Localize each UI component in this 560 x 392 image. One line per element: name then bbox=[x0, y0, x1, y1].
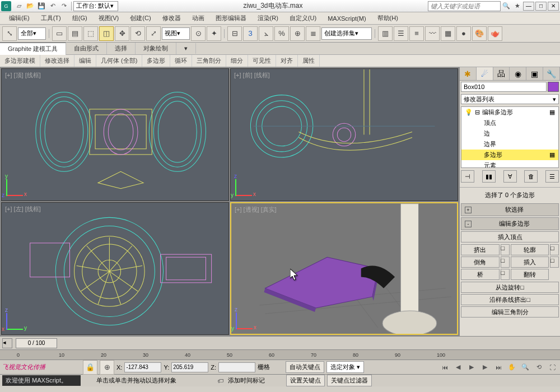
open-icon[interactable]: 📂 bbox=[25, 1, 35, 11]
curve-editor-icon[interactable]: 〰 bbox=[425, 26, 440, 41]
object-name-input[interactable] bbox=[461, 82, 547, 92]
scale-icon[interactable]: ⤢ bbox=[146, 26, 161, 41]
subobj-element[interactable]: 元素 bbox=[461, 160, 558, 168]
motion-tab-icon[interactable]: ◉ bbox=[510, 67, 526, 80]
link-icon[interactable]: ⤡ bbox=[2, 26, 17, 41]
rsub-props[interactable]: 属性 bbox=[298, 55, 320, 67]
setkey-button[interactable]: 设置关键点 bbox=[286, 375, 325, 386]
remove-mod-icon[interactable]: 🗑 bbox=[524, 170, 538, 183]
subobj-polygon[interactable]: 多边形▦ bbox=[461, 150, 558, 160]
rollout-editpoly[interactable]: -编辑多边形 bbox=[461, 217, 559, 230]
time-slider-bar[interactable]: ◂ 0 / 100 bbox=[0, 336, 560, 349]
coord-y[interactable]: 205.619 bbox=[171, 362, 208, 372]
viewport-front[interactable]: [+] [前] [线框] xzy bbox=[230, 68, 458, 201]
angle-snap-icon[interactable]: ⦛ bbox=[259, 26, 273, 41]
outline-button[interactable]: 轮廓 bbox=[511, 244, 549, 255]
keyfilter-button[interactable]: 关键点过滤器 bbox=[327, 375, 372, 386]
selection-set-combo[interactable]: 创建选择集 ▾ bbox=[321, 27, 372, 40]
extrude-settings-button[interactable]: □ bbox=[501, 244, 510, 255]
rsub-visibility[interactable]: 可见性 bbox=[248, 55, 276, 67]
material-icon[interactable]: ● bbox=[456, 26, 471, 41]
create-tab-icon[interactable]: ✱ bbox=[460, 67, 477, 80]
rsub-geom[interactable]: 几何体 (全部) bbox=[96, 55, 142, 67]
time-slider[interactable]: 0 / 100 bbox=[16, 338, 57, 348]
modifier-list-combo[interactable]: 修改器列表▾ bbox=[461, 94, 559, 104]
bridge-button[interactable]: 桥 bbox=[461, 269, 500, 280]
refcoord-combo[interactable]: 视图 ▾ bbox=[162, 27, 190, 40]
rsub-subdiv[interactable]: 细分 bbox=[226, 55, 248, 67]
move-icon[interactable]: ✥ bbox=[115, 26, 129, 41]
snap-icon[interactable]: ⊟ bbox=[227, 26, 242, 41]
rsub-modsel[interactable]: 修改选择 bbox=[40, 55, 74, 67]
bridge-settings-button[interactable]: □ bbox=[501, 269, 510, 280]
time-ruler[interactable]: 0 10 20 30 40 50 60 70 80 90 100 bbox=[0, 349, 560, 360]
subobj-edge[interactable]: 边 bbox=[461, 128, 558, 139]
filter-combo[interactable]: 全部 ▾ bbox=[18, 27, 46, 40]
render-icon[interactable]: 🫖 bbox=[488, 26, 502, 41]
coord-z[interactable] bbox=[218, 362, 255, 372]
menu-edit[interactable]: 编辑(E) bbox=[4, 13, 34, 24]
bevel-settings-button[interactable]: □ bbox=[501, 256, 510, 268]
menu-tools[interactable]: 工具(T) bbox=[36, 13, 66, 24]
undo-icon[interactable]: ↶ bbox=[48, 1, 58, 11]
menu-grapheditors[interactable]: 图形编辑器 bbox=[211, 13, 251, 24]
tab-graphite[interactable]: Graphite 建模工具 bbox=[0, 42, 66, 55]
next-frame-icon[interactable]: ▶ bbox=[480, 362, 490, 372]
viewport-top[interactable]: [+] [顶] [线框] xyz bbox=[1, 68, 229, 201]
configure-icon[interactable]: ☰ bbox=[545, 170, 559, 183]
inset-settings-button[interactable]: □ bbox=[550, 256, 559, 268]
viewport-label[interactable]: [+] [前] [线框] bbox=[234, 71, 270, 80]
bevel-button[interactable]: 倒角 bbox=[461, 256, 500, 268]
edge-rotate-button[interactable]: 从边旋转 □ bbox=[461, 282, 559, 293]
lightbulb-icon[interactable]: 💡 bbox=[465, 109, 473, 116]
nav-zoom-icon[interactable]: 🔍 bbox=[520, 362, 530, 372]
viewport-label[interactable]: [+] [透视] [真实] bbox=[235, 206, 277, 214]
goto-start-icon[interactable]: ⏮ bbox=[440, 362, 450, 372]
redo-icon[interactable]: ↷ bbox=[59, 1, 69, 11]
menu-group[interactable]: 组(G) bbox=[68, 13, 92, 24]
workspace-combo[interactable]: 工作台: 默认 ▾ bbox=[73, 1, 118, 11]
schematic-icon[interactable]: ▦ bbox=[441, 26, 455, 41]
tab-selection[interactable]: 选择 bbox=[107, 43, 136, 54]
menu-rendering[interactable]: 渲染(R) bbox=[253, 13, 283, 24]
prev-frame-icon[interactable]: ◀ bbox=[453, 362, 463, 372]
align-icon[interactable]: ☰ bbox=[394, 26, 408, 41]
minimize-button[interactable]: — bbox=[523, 2, 534, 11]
show-result-icon[interactable]: ▮▮ bbox=[482, 170, 496, 183]
search-input[interactable] bbox=[428, 1, 501, 11]
search-icon[interactable]: 🔍 bbox=[501, 1, 511, 11]
utilities-tab-icon[interactable]: 🔧 bbox=[543, 67, 560, 80]
viewport-label[interactable]: [+] [顶] [线框] bbox=[5, 71, 41, 80]
tab-paint[interactable]: 对象绘制 bbox=[136, 43, 176, 54]
menu-animation[interactable]: 动画 bbox=[188, 13, 209, 24]
rsub-tris[interactable]: 三角剖分 bbox=[192, 55, 226, 67]
select-region-icon[interactable]: ⬚ bbox=[83, 26, 98, 41]
nav-pan-icon[interactable]: ✋ bbox=[507, 362, 517, 372]
viewport-label[interactable]: [+] [左] [线框] bbox=[5, 205, 41, 213]
goto-end-icon[interactable]: ⏭ bbox=[493, 362, 503, 372]
modify-tab-icon[interactable]: ☄ bbox=[477, 67, 493, 80]
maximize-button[interactable]: □ bbox=[535, 2, 547, 11]
subobj-vertex[interactable]: 顶点 bbox=[461, 118, 558, 128]
subobj-border[interactable]: 边界 bbox=[461, 139, 558, 150]
add-time-tag[interactable]: 添加时间标记 bbox=[228, 376, 265, 385]
menu-create[interactable]: 创建(C) bbox=[125, 13, 155, 24]
help-icon[interactable]: ★ bbox=[512, 1, 522, 11]
snap3-icon[interactable]: 3 bbox=[243, 26, 258, 41]
selected-combo[interactable]: 选定对象 ▾ bbox=[326, 361, 364, 373]
pin-stack-icon[interactable]: ⊣ bbox=[461, 170, 474, 183]
viewport-left[interactable]: [+] [左] [线框] bbox=[1, 202, 229, 335]
menu-modifiers[interactable]: 修改器 bbox=[158, 13, 185, 24]
tab-freeform[interactable]: 自由形式 bbox=[66, 43, 107, 54]
unique-icon[interactable]: ∀ bbox=[503, 170, 517, 183]
nav-orbit-icon[interactable]: ⟲ bbox=[534, 362, 544, 372]
mod-editpoly[interactable]: 💡⊟编辑多边形▦ bbox=[461, 107, 558, 118]
close-button[interactable]: ✕ bbox=[548, 2, 559, 11]
hierarchy-tab-icon[interactable]: 品 bbox=[493, 67, 510, 80]
menu-help[interactable]: 帮助(H) bbox=[373, 13, 403, 24]
rsub-polys[interactable]: 多边形 bbox=[142, 55, 170, 67]
spinner-snap-icon[interactable]: ⊕ bbox=[290, 26, 305, 41]
rollout-softsel[interactable]: +软选择 bbox=[461, 203, 559, 216]
rotate-icon[interactable]: ⟲ bbox=[130, 26, 145, 41]
modifier-stack[interactable]: 💡⊟编辑多边形▦ 顶点 边 边界 多边形▦ 元素 Box bbox=[461, 106, 559, 168]
